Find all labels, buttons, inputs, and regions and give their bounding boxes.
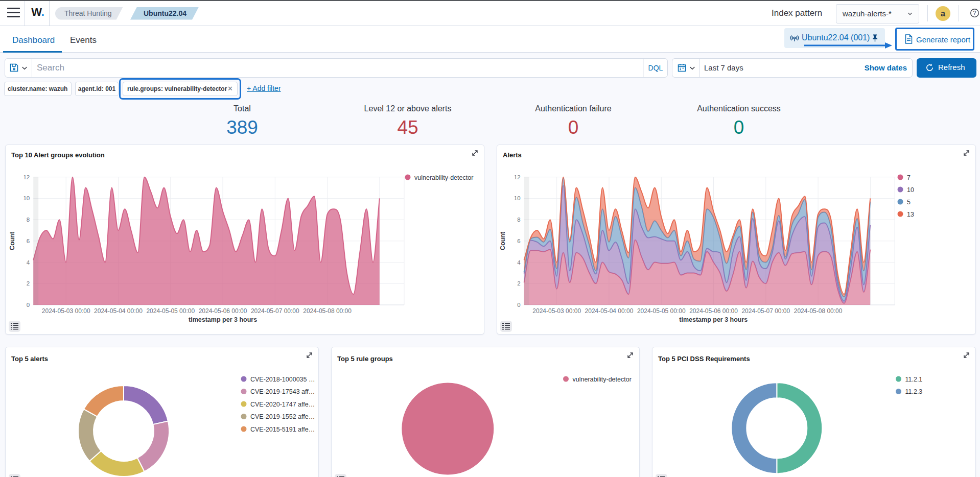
save-icon bbox=[10, 63, 18, 72]
save-query-button[interactable] bbox=[5, 59, 32, 77]
dql-button[interactable]: DQL bbox=[643, 59, 667, 77]
svg-text:2024-05-08 00:00: 2024-05-08 00:00 bbox=[303, 307, 352, 315]
stat-value[interactable]: 45 bbox=[325, 117, 491, 138]
avatar[interactable]: a bbox=[936, 6, 950, 21]
evolution-svg: 0246810122024-05-03 00:002024-05-04 00:0… bbox=[6, 145, 484, 334]
refresh-icon bbox=[925, 63, 934, 72]
svg-text:2024-05-05 00:00: 2024-05-05 00:00 bbox=[146, 307, 195, 315]
index-pattern-label: Index pattern bbox=[772, 8, 822, 18]
svg-text:0: 0 bbox=[517, 302, 520, 308]
top5-alerts-svg: CVE-2018-1000035 …CVE-2019-17543 aff…CVE… bbox=[6, 347, 318, 477]
search-bar[interactable]: DQL bbox=[5, 58, 668, 78]
svg-text:Count: Count bbox=[499, 231, 506, 250]
svg-text:11.2.3: 11.2.3 bbox=[905, 388, 923, 395]
search-section: DQL Last 7 days Show dates Refresh clust… bbox=[0, 53, 980, 107]
stat-label: Level 12 or above alerts bbox=[325, 102, 491, 113]
date-picker: Last 7 days Show dates bbox=[672, 58, 913, 78]
filter-chip-agent-id[interactable]: agent.id: 001 bbox=[75, 82, 119, 96]
breadcrumb-threat-hunting[interactable]: Threat Hunting bbox=[55, 7, 123, 20]
tab-bar: Dashboard Events Ubuntu22.04 (001) bbox=[0, 26, 980, 53]
calendar-button[interactable] bbox=[672, 59, 699, 77]
svg-text:13: 13 bbox=[907, 211, 914, 218]
svg-text:2024-05-04 00:00: 2024-05-04 00:00 bbox=[94, 307, 143, 315]
svg-text:CVE-2020-1747 affe…: CVE-2020-1747 affe… bbox=[250, 401, 315, 408]
filter-chip-rule-groups[interactable]: rule.groups: vulnerability-detector✕ bbox=[123, 82, 238, 96]
svg-text:2024-05-07 00:00: 2024-05-07 00:00 bbox=[741, 307, 790, 315]
svg-text:4: 4 bbox=[27, 259, 30, 266]
svg-text:vulnerability-detector: vulnerability-detector bbox=[573, 376, 632, 383]
calendar-icon bbox=[678, 63, 686, 72]
agent-selector-pill[interactable]: Ubuntu22.04 (001) bbox=[784, 28, 885, 48]
panel-alerts: Alerts 0246810122024-05-03 00:002024-05-… bbox=[497, 145, 976, 335]
svg-text:timestamp per 3 hours: timestamp per 3 hours bbox=[679, 316, 748, 323]
svg-text:CVE-2018-1000035 …: CVE-2018-1000035 … bbox=[250, 376, 315, 383]
svg-text:6: 6 bbox=[517, 238, 520, 244]
help-icon[interactable]: ? bbox=[970, 8, 979, 18]
panel-top10-alert-groups-evolution: Top 10 Alert groups evolution 0246810122… bbox=[5, 145, 484, 335]
stat-label: Total bbox=[159, 102, 325, 113]
stat-auth-failure: Authentication failure 0 bbox=[491, 102, 656, 138]
svg-text:2024-05-05 00:00: 2024-05-05 00:00 bbox=[637, 307, 686, 315]
svg-text:11.2.1: 11.2.1 bbox=[905, 376, 923, 383]
svg-text:2024-05-07 00:00: 2024-05-07 00:00 bbox=[251, 307, 299, 315]
svg-text:12: 12 bbox=[23, 174, 30, 180]
header-divider bbox=[25, 1, 25, 26]
svg-text:2024-05-06 00:00: 2024-05-06 00:00 bbox=[689, 307, 738, 315]
stat-total: Total 389 bbox=[159, 102, 325, 138]
stat-value[interactable]: 389 bbox=[159, 117, 325, 138]
svg-text:8: 8 bbox=[27, 217, 30, 223]
wazuh-logo[interactable]: W. bbox=[29, 6, 46, 19]
add-filter-button[interactable]: + Add filter bbox=[247, 84, 281, 92]
panel-top5-alerts: Top 5 alerts CVE-2018-1000035 …CVE-2019-… bbox=[5, 347, 319, 477]
svg-text:2: 2 bbox=[517, 280, 520, 287]
svg-text:2: 2 bbox=[27, 280, 30, 287]
svg-text:CVE-2019-17543 aff…: CVE-2019-17543 aff… bbox=[250, 388, 315, 395]
svg-text:5: 5 bbox=[907, 199, 911, 206]
chevron-down-icon bbox=[689, 66, 695, 71]
search-input[interactable] bbox=[37, 61, 624, 75]
svg-text:12: 12 bbox=[514, 174, 521, 180]
svg-text:vulnerability-detector: vulnerability-detector bbox=[414, 174, 473, 181]
panel-top5-rule-groups: Top 5 rule groups vulnerability-detector bbox=[331, 347, 640, 477]
svg-text:2024-05-03 00:00: 2024-05-03 00:00 bbox=[532, 307, 581, 315]
refresh-button[interactable]: Refresh bbox=[917, 58, 976, 78]
chevron-down-icon bbox=[21, 66, 28, 71]
filter-chip-cluster-name[interactable]: cluster.name: wazuh bbox=[4, 82, 72, 96]
alerts-svg: 0246810122024-05-03 00:002024-05-04 00:0… bbox=[497, 145, 975, 334]
svg-text:2024-05-08 00:00: 2024-05-08 00:00 bbox=[794, 307, 843, 315]
report-document-icon bbox=[904, 34, 914, 44]
stat-label: Authentication failure bbox=[491, 102, 656, 113]
pin-icon[interactable] bbox=[871, 34, 879, 42]
svg-text:10: 10 bbox=[23, 195, 30, 201]
svg-text:10: 10 bbox=[514, 195, 521, 201]
stat-label: Authentication success bbox=[656, 102, 822, 113]
stat-value[interactable]: 0 bbox=[491, 117, 656, 138]
svg-text:0: 0 bbox=[27, 302, 30, 308]
stat-auth-success: Authentication success 0 bbox=[656, 102, 822, 138]
agent-antenna-icon bbox=[789, 33, 800, 43]
menu-icon[interactable] bbox=[7, 8, 20, 19]
top5-rules-svg: vulnerability-detector bbox=[332, 347, 639, 477]
svg-text:timestamp per 3 hours: timestamp per 3 hours bbox=[189, 316, 257, 323]
stat-value[interactable]: 0 bbox=[656, 117, 822, 138]
svg-text:8: 8 bbox=[517, 217, 520, 223]
svg-text:2024-05-03 00:00: 2024-05-03 00:00 bbox=[42, 307, 90, 315]
svg-text:2024-05-06 00:00: 2024-05-06 00:00 bbox=[199, 307, 247, 315]
top5-pci-svg: 11.2.111.2.3 bbox=[652, 347, 975, 477]
time-range-value[interactable]: Last 7 days bbox=[704, 63, 743, 72]
svg-text:Count: Count bbox=[9, 231, 16, 250]
breadcrumb-agent[interactable]: Ubuntu22.04 bbox=[130, 7, 199, 20]
generate-report-button[interactable]: Generate report bbox=[895, 28, 974, 51]
svg-text:4: 4 bbox=[517, 259, 521, 266]
tab-dashboard[interactable]: Dashboard bbox=[12, 35, 55, 45]
tab-events[interactable]: Events bbox=[70, 35, 97, 45]
header-divider bbox=[927, 5, 928, 22]
index-pattern-select[interactable]: wazuh-alerts-* bbox=[836, 4, 919, 23]
show-dates-button[interactable]: Show dates bbox=[865, 63, 907, 72]
svg-text:?: ? bbox=[973, 10, 976, 16]
svg-text:7: 7 bbox=[907, 174, 911, 181]
remove-filter-icon[interactable]: ✕ bbox=[227, 82, 233, 96]
chevron-down-icon bbox=[907, 11, 913, 16]
panel-top5-pci-dss: Top 5 PCI DSS Requirements 11.2.111.2.3 bbox=[652, 347, 976, 477]
header-divider bbox=[959, 5, 959, 22]
